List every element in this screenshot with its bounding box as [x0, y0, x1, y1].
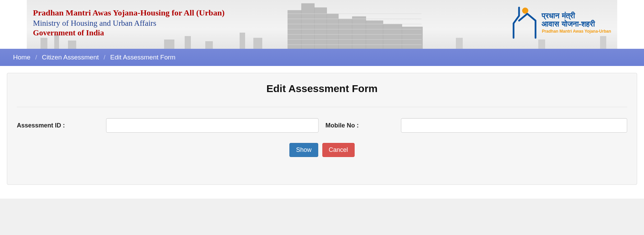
- svg-rect-5: [185, 36, 191, 49]
- form-panel: Edit Assessment Form Assessment ID : Mob…: [7, 73, 637, 185]
- divider: [17, 107, 627, 107]
- svg-rect-26: [538, 40, 545, 49]
- header-banner: Pradhan Mantri Awas Yojana-Housing for A…: [27, 0, 617, 49]
- banner-title-line2: Ministry of Housing and Urban Affairs: [33, 19, 225, 28]
- svg-rect-8: [253, 38, 262, 49]
- page-title: Edit Assessment Form: [17, 83, 627, 94]
- assessment-id-input[interactable]: [106, 118, 319, 133]
- assessment-id-label: Assessment ID :: [17, 122, 99, 129]
- logo-english-line: Pradhan Mantri Awas Yojana-Urban: [542, 29, 611, 34]
- banner-title-line1: Pradhan Mantri Awas Yojana-Housing for A…: [33, 8, 225, 18]
- svg-rect-25: [456, 38, 463, 49]
- breadcrumb-separator: /: [35, 54, 37, 61]
- breadcrumb-separator: /: [104, 54, 105, 61]
- svg-rect-10: [301, 3, 314, 49]
- svg-rect-3: [68, 41, 76, 49]
- mobile-no-input[interactable]: [401, 118, 627, 133]
- breadcrumb-edit-assessment: Edit Assessment Form: [110, 54, 175, 61]
- svg-rect-6: [205, 41, 213, 49]
- svg-rect-1: [41, 38, 47, 49]
- breadcrumb: Home / Citizen Assessment / Edit Assessm…: [0, 49, 644, 66]
- pmay-logo: प्रधान मंत्री आवास योजना-शहरी Pradhan Ma…: [511, 6, 611, 39]
- svg-rect-4: [164, 40, 174, 49]
- house-person-icon: [511, 6, 538, 39]
- mobile-no-label: Mobile No :: [325, 122, 394, 129]
- breadcrumb-home[interactable]: Home: [13, 54, 31, 61]
- banner-title-line3: Government of India: [33, 29, 225, 37]
- logo-hindi-line1: प्रधान मंत्री: [542, 12, 611, 20]
- svg-rect-16: [383, 24, 402, 49]
- svg-rect-7: [240, 33, 245, 49]
- breadcrumb-citizen-assessment[interactable]: Citizen Assessment: [42, 54, 99, 61]
- svg-rect-14: [352, 16, 366, 49]
- svg-rect-13: [338, 19, 352, 49]
- show-button[interactable]: Show: [289, 143, 318, 157]
- cancel-button[interactable]: Cancel: [322, 143, 355, 157]
- svg-rect-9: [288, 10, 301, 49]
- svg-rect-17: [402, 27, 423, 49]
- svg-point-28: [522, 8, 528, 14]
- logo-hindi-line2: आवास योजना-शहरी: [542, 20, 611, 28]
